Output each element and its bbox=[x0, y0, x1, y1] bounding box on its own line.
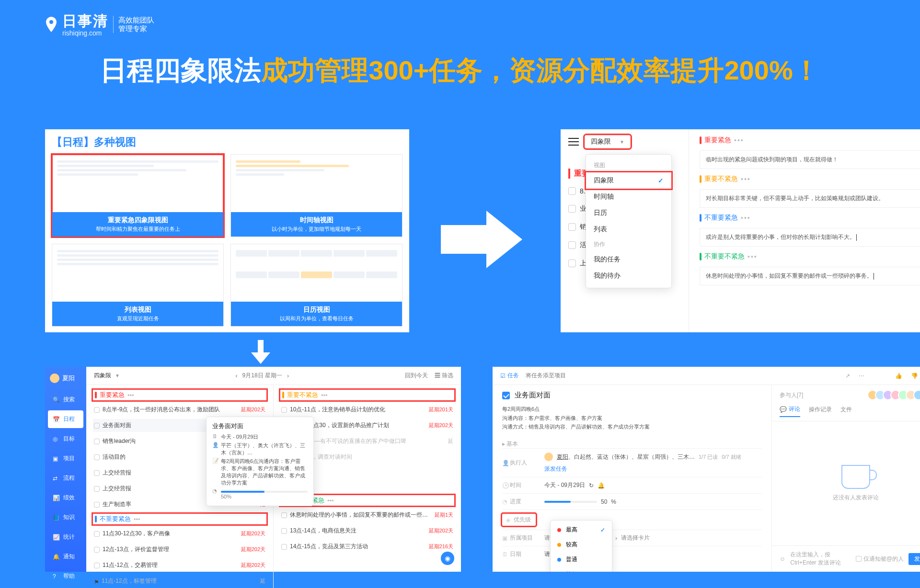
task-row[interactable]: 11点30-12点30，客户画像延期202天 bbox=[93, 527, 266, 540]
thumb-down-icon[interactable]: 👎 bbox=[911, 373, 918, 379]
checkbox-icon[interactable] bbox=[281, 528, 287, 534]
checkbox-icon[interactable] bbox=[94, 486, 100, 492]
task-row[interactable]: 8点半-9点，找一些好消息公布出来，激励团队延期202天 bbox=[93, 403, 266, 416]
checkbox-icon[interactable] bbox=[94, 439, 100, 444]
help-fab[interactable]: ◉ bbox=[441, 552, 454, 565]
sidebar-nav-help[interactable]: ?帮助 bbox=[48, 567, 83, 585]
tab-task[interactable]: ☑任务 bbox=[500, 372, 519, 380]
priority-button[interactable]: ◈优先级 bbox=[502, 514, 536, 526]
priority-option-low[interactable]: 较低 bbox=[551, 567, 612, 572]
more-icon[interactable]: ⋯ bbox=[859, 373, 864, 379]
checkbox-icon[interactable] bbox=[281, 544, 287, 550]
checkbox-icon[interactable] bbox=[568, 223, 576, 231]
date-range[interactable]: 今天 - 09月29日 bbox=[544, 481, 585, 489]
prev-day-button[interactable]: ‹ bbox=[236, 373, 238, 379]
checkbox-icon[interactable] bbox=[568, 205, 576, 213]
checkbox-icon[interactable] bbox=[568, 187, 576, 195]
menu-icon[interactable] bbox=[568, 138, 579, 146]
thumb-calendar-view[interactable]: 日历视图以周和月为单位，查看每日任务 bbox=[230, 244, 402, 327]
checkbox-icon[interactable] bbox=[568, 260, 576, 267]
quadrant-text-2[interactable]: 对长期目标非常关键，但不需要马上动手，比如策略规划或团队建设。 bbox=[700, 189, 920, 208]
comment-input[interactable]: 在这里输入，按 Ctrl+Enter 发送评论 bbox=[790, 551, 851, 567]
more-icon[interactable]: ••• bbox=[741, 175, 751, 183]
sidebar-nav-knowledge[interactable]: 📘知识 bbox=[48, 509, 83, 526]
task-row[interactable]: 11点-12点，交易管理延期202天 bbox=[93, 559, 266, 572]
task-title[interactable]: 业务面对面 bbox=[515, 391, 551, 400]
view-select-button[interactable]: 四象限 ▼ bbox=[585, 135, 631, 148]
checkbox-icon[interactable] bbox=[94, 407, 100, 413]
sidebar-nav-flow[interactable]: ⇄流程 bbox=[48, 469, 83, 487]
sidebar-nav-goal[interactable]: ◎目标 bbox=[48, 430, 83, 448]
task-row[interactable]: 12点-13点，评价监督管理延期202天 bbox=[93, 543, 266, 556]
task-description[interactable]: 每2周周四晚6点 沟通内容：客户需求、客户画像、客户方案 沟通方式：销售及培训内… bbox=[502, 405, 762, 431]
priority-option-highest[interactable]: 最高✓ bbox=[551, 522, 612, 537]
dropdown-option-mytasks[interactable]: 我的任务 bbox=[586, 251, 671, 268]
checkbox-icon[interactable] bbox=[94, 502, 100, 508]
checkbox-icon[interactable] bbox=[94, 454, 100, 460]
thumb-timeline-view[interactable]: 时间轴视图以小时为单位，更加细节地规划每一天 bbox=[230, 154, 402, 237]
more-icon[interactable]: ••• bbox=[327, 497, 334, 504]
share-icon[interactable]: ↗ bbox=[845, 373, 850, 379]
dropdown-option-quadrant[interactable]: 四象限✓ bbox=[586, 172, 671, 189]
send-task-button[interactable]: 派发任务 bbox=[544, 465, 567, 473]
tab-history[interactable]: 操作记录 bbox=[809, 405, 832, 417]
thumb-list-view[interactable]: 列表视图直观呈现近期任务 bbox=[52, 244, 224, 327]
quadrant-text-4[interactable]: 休息时间处理的小事情，如回复不重要的邮件或一些琐碎的事务。 bbox=[700, 267, 920, 285]
more-icon[interactable]: ••• bbox=[741, 214, 751, 222]
quadrant-header-3: 不重要紧急••• bbox=[700, 214, 920, 222]
thumb-up-icon[interactable]: 👍 bbox=[895, 373, 902, 379]
more-icon[interactable]: ••• bbox=[734, 136, 744, 144]
tab-comments[interactable]: 💬评论 bbox=[780, 405, 800, 417]
sidebar-user[interactable]: 夏阳 bbox=[45, 367, 86, 390]
task-row[interactable]: 13点-14点，电商信息关注延期202天 bbox=[280, 524, 454, 537]
checkbox-icon[interactable] bbox=[281, 407, 287, 413]
checkbox-icon[interactable] bbox=[94, 470, 100, 476]
priority-option-normal[interactable]: 普通 bbox=[551, 552, 612, 567]
task-row[interactable]: 10点-11点，注意热销单品计划的优化延期201天 bbox=[280, 403, 454, 416]
task-row[interactable]: 14点-15点，竞品及第三方活动延期216天 bbox=[280, 540, 454, 553]
checkbox-icon[interactable] bbox=[94, 531, 100, 537]
priority-option-high[interactable]: 较高 bbox=[551, 537, 612, 552]
date-label[interactable]: 9月18日 星期一 bbox=[242, 372, 282, 380]
checkbox-icon[interactable] bbox=[94, 547, 100, 553]
more-icon[interactable]: ••• bbox=[127, 392, 134, 399]
view-select[interactable]: 四象限▼ bbox=[94, 372, 120, 380]
reminder-icon[interactable]: 🔔 bbox=[598, 482, 605, 489]
quadrant-text-1[interactable]: 临时出现的紧急问题或快到期的项目，现在就得做！ bbox=[700, 150, 920, 169]
task-checkbox[interactable] bbox=[502, 392, 510, 399]
dropdown-option-list[interactable]: 列表 bbox=[586, 221, 671, 237]
task-row[interactable]: ⚑11点-12点，标签管理延 bbox=[93, 575, 266, 588]
filter-button[interactable]: ☰ 筛选 bbox=[435, 372, 453, 380]
breadcrumb-card[interactable]: 请选择卡片 bbox=[621, 534, 650, 542]
only-at-checkbox[interactable]: 仅通知被@的人 bbox=[856, 555, 904, 563]
sidebar-nav-stats[interactable]: 📈统计 bbox=[48, 528, 83, 546]
dropdown-option-timeline[interactable]: 时间轴 bbox=[586, 189, 671, 205]
quadrant-text-3[interactable]: 或许是别人觉得重要的小事，但对你的长期计划影响不大。 bbox=[700, 228, 920, 247]
sidebar-nav-notify[interactable]: 🔔通知 bbox=[48, 548, 83, 565]
send-comment-button[interactable]: 发送 bbox=[908, 553, 920, 565]
dropdown-option-mytodo[interactable]: 我的待办 bbox=[586, 268, 671, 284]
checkbox-icon[interactable] bbox=[568, 241, 576, 249]
dropdown-option-calendar[interactable]: 日历 bbox=[586, 205, 671, 221]
progress-bar[interactable] bbox=[544, 501, 597, 503]
checkbox-icon[interactable] bbox=[94, 563, 100, 568]
tab-move-to-project[interactable]: 将任务添至项目 bbox=[526, 372, 566, 380]
sidebar-nav-search[interactable]: 🔍搜索 bbox=[48, 391, 83, 408]
more-icon[interactable]: ••• bbox=[321, 392, 328, 399]
tab-files[interactable]: 文件 bbox=[840, 405, 852, 417]
task-row[interactable]: 休息时间处理的小事情，如回复不重要的邮件或一些琐碎的事务。延期1天 bbox=[280, 509, 454, 521]
sidebar-nav-schedule[interactable]: 📅日程 bbox=[48, 410, 83, 428]
checkbox-icon[interactable] bbox=[94, 423, 100, 429]
thumb-quadrant-view[interactable]: 重要紧急四象限视图帮时间和精力聚焦在最重要的任务上 bbox=[52, 154, 224, 237]
today-button[interactable]: 回到今天 bbox=[405, 372, 428, 380]
next-day-button[interactable]: › bbox=[287, 373, 289, 379]
sidebar-nav-project[interactable]: ▣项目 bbox=[48, 450, 83, 467]
more-icon[interactable]: ••• bbox=[748, 253, 758, 260]
more-icon[interactable]: ••• bbox=[134, 516, 140, 523]
avatar[interactable] bbox=[544, 452, 553, 461]
repeat-icon[interactable]: ↻ bbox=[589, 482, 594, 489]
checkbox-icon[interactable] bbox=[281, 512, 287, 518]
emoji-icon[interactable]: ☺ bbox=[780, 555, 785, 562]
participant-avatars[interactable]: + bbox=[870, 390, 920, 400]
sidebar-nav-perf[interactable]: 📊绩效 bbox=[48, 489, 83, 507]
